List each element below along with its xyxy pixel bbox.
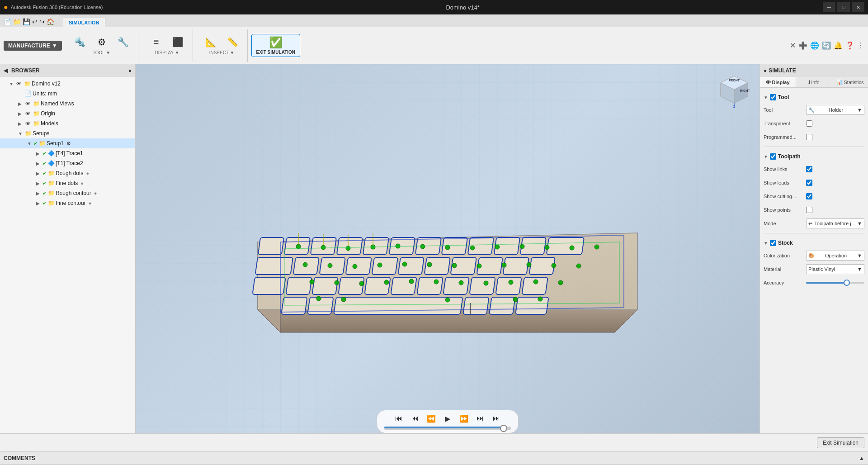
tree-item-setup1[interactable]: ▼ ✔ 📁 Setup1 ⚙: [0, 138, 135, 148]
skip-to-start-button[interactable]: ⏮: [393, 413, 404, 424]
setup1-settings-icon[interactable]: ⚙: [66, 141, 71, 147]
exit-simulation-footer-button[interactable]: Exit Simulation: [817, 437, 864, 448]
nav-search-icon[interactable]: ✕: [790, 41, 796, 50]
label-models: Models: [41, 120, 58, 127]
inspect-btn-1[interactable]: 📐: [202, 36, 220, 48]
show-links-checkbox[interactable]: [806, 166, 812, 172]
browser-options-icon[interactable]: ●: [128, 67, 132, 74]
show-leads-label: Show leads: [764, 180, 804, 185]
material-dropdown[interactable]: Plastic Vinyl ▼: [806, 264, 864, 274]
layers-icon: ≡: [154, 37, 159, 47]
show-cutting-checkbox[interactable]: [806, 193, 812, 199]
transparent-checkbox[interactable]: [806, 120, 812, 127]
tree-item-trace1[interactable]: ▶ ✔ 🔷 [T4] Trace1: [0, 148, 135, 158]
colorization-dropdown[interactable]: 🎨 Operation ▼: [806, 251, 864, 261]
nav-bell-icon[interactable]: 🔔: [834, 41, 843, 50]
rough-contour-settings-icon[interactable]: ●: [94, 190, 97, 196]
mode-dropdown[interactable]: ↩ Toolpath before j... ▼: [806, 218, 864, 228]
step-backward-button[interactable]: ⏪: [426, 413, 437, 424]
tab-display[interactable]: 👁 Display: [760, 77, 796, 87]
tree-item-rough-dots[interactable]: ▶ ✔ 📁 Rough dots ●: [0, 168, 135, 178]
play-button[interactable]: ▶: [442, 413, 453, 424]
show-links-label: Show links: [764, 166, 804, 172]
rough-dots-settings-icon[interactable]: ●: [86, 171, 89, 176]
tree-item-units[interactable]: 📄 Units: mm: [0, 89, 135, 99]
show-cutting-value: [806, 193, 864, 199]
tab-statistics[interactable]: 📊 Statistics: [832, 77, 868, 87]
mode-label: Mode: [764, 221, 804, 226]
toolpath-section-collapse[interactable]: ▼: [764, 154, 768, 159]
quick-access-save[interactable]: 💾: [23, 18, 30, 25]
inspect-btn-2[interactable]: 📏: [224, 36, 242, 48]
nav-refresh-icon[interactable]: 🔄: [822, 41, 831, 50]
tool-dropdown-value: Holder: [829, 107, 843, 113]
stock-section-collapse[interactable]: ▼: [764, 241, 768, 246]
viewport[interactable]: FRONT RIGHT Z: [136, 64, 760, 451]
tool-btn-2[interactable]: ⚙: [93, 36, 111, 48]
close-button[interactable]: ✕: [852, 2, 864, 12]
tree-item-named-views[interactable]: ▶ 👁 📁 Named Views: [0, 99, 135, 109]
fine-contour-settings-icon[interactable]: ●: [89, 200, 92, 206]
nav-help-icon[interactable]: ❓: [845, 41, 854, 50]
playback-slider[interactable]: [384, 427, 511, 430]
skip-to-end-button[interactable]: ⏭: [491, 413, 502, 424]
maximize-button[interactable]: □: [837, 2, 850, 12]
tree-item-setups[interactable]: ▼ 📁 Setups: [0, 128, 135, 138]
minimize-button[interactable]: ─: [823, 2, 835, 12]
tool-section-checkbox[interactable]: [770, 94, 776, 100]
tool-section-label: Tool: [778, 94, 789, 100]
svg-rect-34: [529, 257, 555, 275]
colorization-dropdown-value: Operation: [825, 253, 847, 258]
quick-access-home[interactable]: 🏠: [47, 18, 54, 25]
stock-section-checkbox[interactable]: [770, 240, 776, 246]
nav-more-icon[interactable]: ⋮: [857, 41, 864, 50]
tab-info[interactable]: ℹ Info: [796, 77, 832, 87]
toolpath-prop-points: Show points: [764, 204, 864, 216]
label-setups: Setups: [33, 130, 49, 137]
quick-access-undo[interactable]: ↩: [32, 18, 38, 25]
tab-simulation[interactable]: SIMULATION: [63, 18, 105, 27]
simulate-collapse-icon[interactable]: ●: [764, 67, 767, 74]
exit-simulation-button[interactable]: ✅ EXIT SIMULATION: [251, 34, 300, 57]
show-leads-checkbox[interactable]: [806, 180, 812, 186]
programmed-checkbox[interactable]: [806, 134, 812, 140]
tool-btn-1[interactable]: 🔩: [71, 36, 89, 48]
tool-dropdown[interactable]: 🔧 Holder ▼: [806, 105, 864, 115]
tool-btn-3[interactable]: 🔧: [114, 36, 132, 48]
tree-item-models[interactable]: ▶ 👁 📁 Models: [0, 119, 135, 128]
check-icon-fine-dots: ✔: [42, 180, 47, 186]
svg-point-66: [328, 263, 332, 268]
folder-icon-setups: 📁: [24, 130, 32, 137]
display-btn-1[interactable]: ≡: [147, 36, 165, 48]
tree-item-trace2[interactable]: ▶ ✔ 🔷 [T1] Trace2: [0, 158, 135, 168]
quick-access-redo[interactable]: ↪: [39, 18, 45, 25]
step-forward-button[interactable]: ⏩: [458, 413, 469, 424]
info-tab-icon: ℹ: [808, 79, 810, 85]
next-keyframe-button[interactable]: ⏭: [475, 413, 486, 424]
svg-point-60: [495, 245, 500, 249]
tool-section-collapse[interactable]: ▼: [764, 95, 768, 100]
nav-add-icon[interactable]: ➕: [798, 41, 807, 50]
quick-access-open[interactable]: 📁: [13, 18, 21, 25]
tree-item-rough-contour[interactable]: ▶ ✔ 📁 Rough contour ●: [0, 188, 135, 198]
accuracy-slider-thumb[interactable]: [844, 280, 850, 286]
toolpath-section-checkbox[interactable]: [770, 153, 776, 160]
display-btn-2[interactable]: ⬛: [169, 36, 187, 48]
prev-keyframe-button[interactable]: ⏮: [410, 413, 420, 424]
svg-point-92: [538, 297, 542, 301]
comments-toggle-icon[interactable]: ▲: [859, 455, 864, 461]
tree-item-domino[interactable]: ▼ 👁 📁 Domino v12: [0, 79, 135, 89]
tree-item-fine-dots[interactable]: ▶ ✔ 📁 Fine dots ●: [0, 178, 135, 188]
show-points-checkbox[interactable]: [806, 207, 812, 213]
tree-item-fine-contour[interactable]: ▶ ✔ 📁 Fine contour ●: [0, 198, 135, 208]
manufacture-button[interactable]: MANUFACTURE ▼: [4, 41, 62, 51]
tree-item-origin[interactable]: ▶ 👁 📁 Origin: [0, 109, 135, 119]
playback-thumb[interactable]: [500, 425, 507, 432]
nav-globe-icon[interactable]: 🌐: [810, 41, 819, 50]
check-icon-trace2: ✔: [42, 161, 47, 166]
fine-dots-settings-icon[interactable]: ●: [80, 180, 84, 186]
accuracy-slider[interactable]: [806, 282, 864, 284]
svg-point-63: [570, 246, 574, 250]
browser-collapse-icon[interactable]: ◀: [4, 67, 8, 74]
quick-access-new[interactable]: 📄: [4, 18, 11, 25]
